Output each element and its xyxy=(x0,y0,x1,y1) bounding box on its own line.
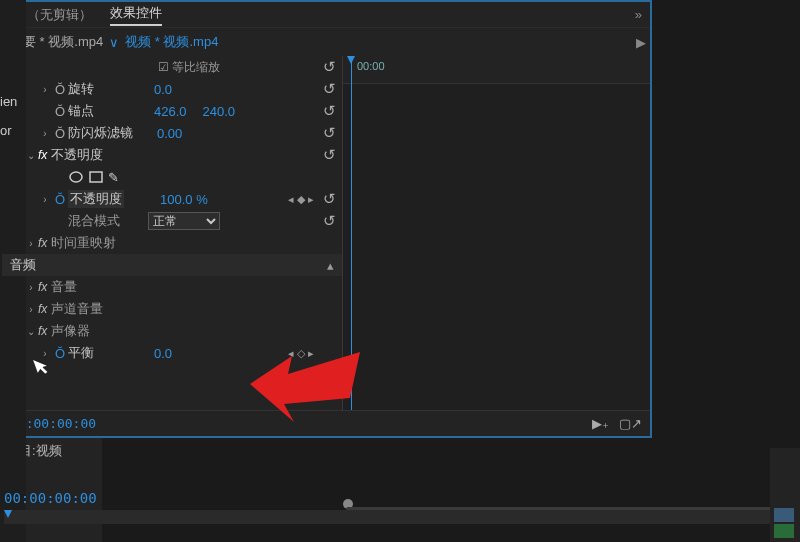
twirl-icon[interactable]: › xyxy=(24,304,38,315)
tab-effect-controls[interactable]: 效果控件 xyxy=(110,4,162,26)
pen-mask-icon[interactable]: ✎ xyxy=(108,170,119,185)
panner-label: 声像器 xyxy=(51,322,90,340)
audio-header-label: 音频 xyxy=(10,256,36,274)
reset-icon[interactable]: ↺ xyxy=(323,212,336,230)
twirl-icon[interactable]: › xyxy=(38,128,52,139)
opacity-label: 不透明度 xyxy=(68,190,124,208)
reset-icon[interactable]: ↺ xyxy=(323,102,336,120)
panel-menu-icon[interactable]: » xyxy=(635,7,642,22)
anchor-x[interactable]: 426.0 xyxy=(154,104,187,119)
blend-mode-row: 混合模式 正常 ↺ xyxy=(2,210,342,232)
reset-icon[interactable]: ↺ xyxy=(323,146,336,164)
reset-icon[interactable]: ↺ xyxy=(323,80,336,98)
anchor-row: Ŏ 锚点 426.0 240.0 ↺ xyxy=(2,100,342,122)
time-remap-label: 时间重映射 xyxy=(51,234,116,252)
anchor-y[interactable]: 240.0 xyxy=(203,104,236,119)
ellipse-mask-icon[interactable] xyxy=(68,170,84,184)
play-only-icon[interactable]: ▶₊ xyxy=(592,416,609,431)
balance-label: 平衡 xyxy=(68,344,94,362)
twirl-icon[interactable]: ⌄ xyxy=(24,150,38,161)
effect-controls-footer: 00:00:00:00 ▶₊ ▢↗ xyxy=(2,410,650,436)
opacity-value[interactable]: 100.0 % xyxy=(160,192,208,207)
export-icon[interactable]: ▢↗ xyxy=(619,416,642,431)
volume-row: › fx 音量 xyxy=(2,276,342,298)
playhead[interactable] xyxy=(351,56,352,410)
property-tree: ☑ 等比缩放 ↺ › Ŏ 旋转 0.0 ↺ Ŏ 锚点 426.0 240.0 ↺ xyxy=(2,56,342,410)
antiflicker-row: › Ŏ 防闪烁滤镜 0.00 ↺ xyxy=(2,122,342,144)
chevron-icon: ∨ xyxy=(109,35,119,50)
volume-label: 音量 xyxy=(51,278,77,296)
timeline-tracks-edge xyxy=(770,448,800,542)
balance-value[interactable]: 0.0 xyxy=(154,346,172,361)
keyframe-nav[interactable]: ◂ ◇ ▸ xyxy=(288,347,314,360)
twirl-icon[interactable]: › xyxy=(38,84,52,95)
rotation-label: 旋转 xyxy=(68,80,94,98)
svg-rect-1 xyxy=(90,172,102,182)
effect-controls-tabbar: 源:（无剪辑） 效果控件 » xyxy=(2,2,650,28)
mask-shapes-row: ✎ xyxy=(2,166,342,188)
twirl-icon[interactable]: › xyxy=(38,194,52,205)
time-remap-row: › fx 时间重映射 xyxy=(2,232,342,254)
stopwatch-icon[interactable]: Ŏ xyxy=(52,346,68,361)
twirl-icon[interactable]: › xyxy=(24,238,38,249)
effect-controls-panel: 源:（无剪辑） 效果控件 » 主要 * 视频.mp4 ∨ 视频 * 视频.mp4… xyxy=(0,0,652,438)
reset-icon[interactable]: ↺ xyxy=(323,190,336,208)
stopwatch-icon[interactable]: Ŏ xyxy=(52,104,68,119)
fx-badge-icon[interactable]: fx xyxy=(38,324,47,338)
play-icon[interactable]: ▶ xyxy=(636,35,646,50)
fx-badge-icon[interactable]: fx xyxy=(38,302,47,316)
track-clip-fragment[interactable] xyxy=(774,508,794,522)
channel-volume-label: 声道音量 xyxy=(51,300,103,318)
reset-icon[interactable]: ↺ xyxy=(323,58,336,76)
blend-mode-select[interactable]: 正常 xyxy=(148,212,220,230)
fx-badge-icon[interactable]: fx xyxy=(38,148,47,162)
uniform-scale-row: ☑ 等比缩放 ↺ xyxy=(2,56,342,78)
rect-mask-icon[interactable] xyxy=(88,170,104,184)
balance-row: › Ŏ 平衡 0.0 ◂ ◇ ▸ xyxy=(2,342,342,364)
reset-icon[interactable]: ↺ xyxy=(323,124,336,142)
channel-volume-row: › fx 声道音量 xyxy=(2,298,342,320)
fx-badge-icon[interactable]: fx xyxy=(38,280,47,294)
timeline-ruler[interactable]: 00:00 xyxy=(343,56,650,84)
program-timecode[interactable]: 00:00:00:00 xyxy=(4,490,97,506)
program-ruler[interactable] xyxy=(4,510,800,524)
track-clip-fragment[interactable] xyxy=(774,524,794,538)
ruler-tick-label: 00:00 xyxy=(357,60,385,72)
fx-badge-icon[interactable]: fx xyxy=(38,236,47,250)
stopwatch-icon[interactable]: Ŏ xyxy=(52,192,68,207)
stopwatch-icon[interactable]: Ŏ xyxy=(52,126,68,141)
keyframe-nav[interactable]: ◂ ◆ ▸ xyxy=(288,193,314,206)
antiflicker-label: 防闪烁滤镜 xyxy=(68,124,133,142)
rotation-row: › Ŏ 旋转 0.0 ↺ xyxy=(2,78,342,100)
stopwatch-icon[interactable]: Ŏ xyxy=(52,82,68,97)
blend-mode-label: 混合模式 xyxy=(68,212,120,230)
twirl-icon[interactable]: › xyxy=(24,282,38,293)
anchor-label: 锚点 xyxy=(68,102,94,120)
panner-row: ⌄ fx 声像器 xyxy=(2,320,342,342)
rotation-value[interactable]: 0.0 xyxy=(154,82,172,97)
opacity-section-label: 不透明度 xyxy=(51,146,103,164)
collapse-icon[interactable]: ▴ xyxy=(327,258,334,273)
twirl-icon[interactable]: ⌄ xyxy=(24,326,38,337)
effect-timeline[interactable]: 00:00 xyxy=(342,56,650,410)
svg-point-0 xyxy=(70,172,82,182)
clip-selector-row: 主要 * 视频.mp4 ∨ 视频 * 视频.mp4 ▶ xyxy=(2,28,650,56)
audio-header-row: 音频 ▴ xyxy=(2,254,342,276)
opacity-section-row: ⌄ fx 不透明度 ↺ xyxy=(2,144,342,166)
opacity-prop-row: › Ŏ 不透明度 100.0 % ◂ ◆ ▸ ↺ xyxy=(2,188,342,210)
sequence-clip-label[interactable]: 视频 * 视频.mp4 xyxy=(125,33,218,51)
antiflicker-value[interactable]: 0.00 xyxy=(157,126,182,141)
